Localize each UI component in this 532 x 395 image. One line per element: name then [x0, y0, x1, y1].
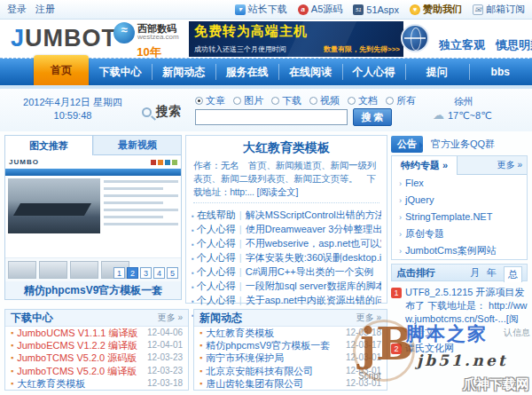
rank-item-text[interactable]: UTF8_2.5.1215 开源项目发布了 下载地址是： http://www.… — [405, 286, 528, 339]
radio-icon[interactable] — [195, 97, 203, 105]
auth-link[interactable]: 注册 — [35, 4, 55, 14]
radio-icon[interactable] — [271, 97, 279, 105]
search-scope-option[interactable]: 文章 — [195, 94, 225, 107]
news-item[interactable]: ▪ 大红教育类模板 12-03-18 — [194, 327, 387, 339]
topic-item[interactable]: ›JumbotCms案例网站 — [392, 242, 527, 259]
article-list-item[interactable]: ▪个人心得|不用webserive，asp.net也可以定时执行任务 — [192, 236, 381, 250]
partner-logo[interactable]: 西部数码 westzea.com 10年 — [113, 22, 184, 60]
search-scope-option[interactable]: 视频 — [309, 94, 340, 107]
download-item[interactable]: ▪ JumboUCMS V1.1.1 编译版 12-04-06 — [5, 327, 188, 339]
nav-item[interactable]: 服务在线 — [215, 59, 278, 85]
thumbnail[interactable] — [8, 261, 36, 279]
download-item-title[interactable]: JumboTCMS V5.2.0 源码版 — [17, 352, 144, 364]
download-item-title[interactable]: JumboUCMS V1.1.1 编译版 — [17, 327, 144, 339]
item-category[interactable]: 个人心得 — [197, 280, 236, 291]
item-title[interactable]: 关于asp.net中内嵌资源出错的问题 — [246, 295, 381, 305]
item-category[interactable]: 在线帮助 — [197, 209, 236, 220]
search-scope-option[interactable]: 图片 — [233, 94, 263, 107]
auth-link[interactable]: 登录 — [7, 4, 27, 14]
search-button[interactable]: 搜 索 — [353, 108, 392, 126]
news-more-link[interactable]: 更多 » — [356, 312, 381, 324]
slide-page-number[interactable]: 3 — [140, 267, 152, 279]
search-scope-option[interactable]: 下载 — [271, 94, 301, 107]
radio-icon[interactable] — [233, 97, 241, 105]
search-scope-option[interactable]: 所有 — [386, 94, 416, 107]
download-item-title[interactable]: JumboECMS V1.2.2 编译版 — [17, 339, 144, 352]
item-title[interactable]: 使用Dreamweaver 3分钟整理出一套分词词典 — [246, 224, 381, 234]
news-item-title[interactable]: 南宁市环境保护局 — [206, 352, 342, 364]
topic-label[interactable]: JumbotCms案例网站 — [405, 245, 497, 256]
topbar-link[interactable]: A5源码 — [298, 3, 342, 16]
topbar-link[interactable]: 站长下载 — [235, 3, 287, 16]
search-input[interactable] — [195, 109, 348, 125]
slide-page-number[interactable]: 5 — [167, 267, 178, 279]
topics-tab[interactable]: 特约专题 » — [392, 156, 458, 175]
news-item-title[interactable]: 大红教育类模板 — [206, 327, 342, 339]
news-item[interactable]: ▪ 精仿phpcmsV9官方模板一套 12-03-17 — [194, 339, 387, 352]
rank-item[interactable]: 1 UTF8_2.5.1215 开源项目发布了 下载地址是： http://ww… — [391, 286, 528, 339]
item-category[interactable]: 个人心得 — [197, 266, 236, 277]
article-list-item[interactable]: ▪个人心得|字体安装失败:360误删desktop.in的后果 — [192, 250, 381, 265]
download-item-title[interactable]: 大红教育类模板 — [17, 377, 144, 390]
item-title[interactable]: 字体安装失败:360误删desktop.in的后果 — [246, 252, 381, 263]
topbar-link[interactable]: 51Aspx — [353, 4, 399, 15]
radio-icon[interactable] — [309, 97, 317, 105]
nav-item[interactable]: 提问 — [405, 59, 468, 85]
rank-period-tab[interactable]: 总 — [504, 266, 522, 282]
thumbnail[interactable] — [39, 261, 67, 279]
slide-page-number[interactable]: 4 — [153, 267, 165, 279]
article-list-item[interactable]: ▪个人心得|使用Dreamweaver 3分钟整理出一套分词词典 — [192, 222, 381, 236]
featured-caption[interactable]: 精仿phpcmsV9官方模板一套 — [5, 281, 181, 299]
news-item[interactable]: ▪ 唐山齿轮集团有限公司 12-03-01 — [194, 377, 387, 390]
topbar-link[interactable]: 赞助我们 — [410, 3, 462, 16]
news-item[interactable]: ▪ 南宁市环境保护局 12-03-01 — [194, 352, 387, 364]
item-title[interactable]: 解决MSScriptControl出错的方法 — [246, 209, 381, 220]
rank-item[interactable]: 2 谭氏文化网 — [391, 342, 528, 355]
topic-item[interactable]: ›jQuery — [392, 192, 527, 209]
item-title[interactable]: 一段附加sql server数据库的脚本 — [246, 280, 381, 291]
topics-more-link[interactable]: 更多 » — [497, 159, 527, 171]
topic-label[interactable]: Flex — [405, 178, 424, 188]
search-scope-option[interactable]: 文档 — [348, 94, 378, 107]
article-list-item[interactable]: ▪在线帮助|解决MSScriptControl出错的方法 — [192, 208, 381, 222]
topic-item[interactable]: ›StringTemplate.NET — [392, 209, 527, 225]
topic-item[interactable]: ›Flex — [392, 175, 527, 192]
download-item[interactable]: ▪ JumboECMS V1.2.2 编译版 12-04-01 — [5, 339, 188, 352]
topic-item[interactable]: ›原创专题 — [392, 225, 527, 242]
nav-item[interactable]: bbs — [469, 59, 532, 85]
rank-item-text[interactable]: 谭氏文化网 — [405, 342, 454, 355]
article-title[interactable]: 大红教育类模板 — [186, 140, 387, 156]
nav-item[interactable]: 在线阅读 — [278, 59, 341, 85]
slide-page-number[interactable]: 2 — [127, 267, 138, 279]
article-list-item[interactable]: ▪个人心得|关于asp.net中内嵌资源出错的问题 — [192, 293, 381, 307]
news-item[interactable]: ▪ 北京京安能科技有限公司 12-03-01 — [194, 365, 387, 377]
nav-item[interactable]: 首页 — [34, 55, 89, 85]
news-item-title[interactable]: 北京京安能科技有限公司 — [206, 365, 342, 377]
item-category[interactable]: 个人心得 — [197, 295, 236, 305]
download-item[interactable]: ▪ 大红教育类模板 12-03-18 — [5, 377, 188, 390]
download-item[interactable]: ▪ JumboTCMS V5.2.0 编译版 12-03-23 — [5, 365, 188, 377]
thumbnail[interactable] — [70, 261, 98, 279]
rank-period-tab[interactable]: 月 — [470, 266, 480, 280]
downloads-more-link[interactable]: 更多 » — [158, 312, 183, 324]
news-item-title[interactable]: 精仿phpcmsV9官方模板一套 — [206, 339, 342, 352]
nav-item[interactable]: 个人心得 — [342, 59, 405, 85]
item-category[interactable]: 个人心得 — [197, 224, 236, 234]
topic-label[interactable]: jQuery — [405, 194, 434, 205]
nav-item[interactable]: 新闻动态 — [152, 59, 215, 85]
article-list-item[interactable]: ▪个人心得|C#调用C++导出类的一个实例 — [192, 265, 381, 279]
item-category[interactable]: 个人心得 — [197, 252, 236, 263]
announcement-link[interactable]: 官方业务QQ群 — [431, 138, 495, 151]
item-title[interactable]: C#调用C++导出类的一个实例 — [246, 266, 374, 277]
featured-screenshot[interactable]: JUMBO — [5, 155, 181, 258]
download-item-title[interactable]: JumboTCMS V5.2.0 编译版 — [17, 365, 144, 377]
topic-label[interactable]: StringTemplate.NET — [405, 211, 492, 222]
item-title[interactable]: 不用webserive，asp.net也可以定时执行任务 — [246, 238, 381, 249]
radio-icon[interactable] — [386, 97, 394, 105]
news-item-title[interactable]: 唐山齿轮集团有限公司 — [206, 377, 342, 390]
topic-label[interactable]: 原创专题 — [405, 228, 444, 239]
radio-icon[interactable] — [348, 97, 356, 105]
featured-tab[interactable]: 最新视频 — [93, 136, 181, 155]
read-more-link[interactable]: [阅读全文] — [257, 186, 299, 197]
nav-item[interactable]: 下载中心 — [89, 59, 152, 85]
